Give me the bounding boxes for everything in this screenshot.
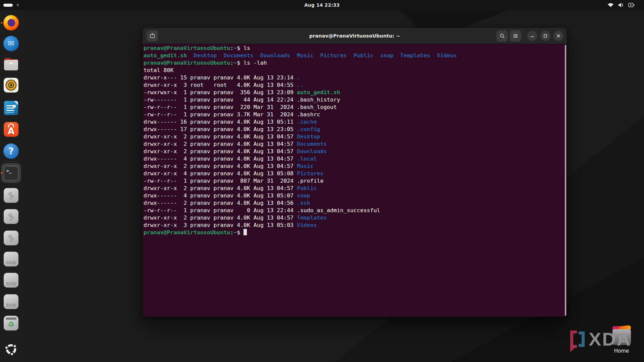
- home-folder-label[interactable]: Home: [606, 348, 637, 354]
- xda-bracket-blue: [579, 331, 585, 347]
- close-icon: [556, 34, 561, 38]
- running-indicator-dot: [1, 172, 2, 174]
- window-titlebar[interactable]: pranav@PranaVirtuosoUbuntu: ~: [143, 28, 567, 44]
- terminal-line: drwxr-xr-x 2 pranav pranav 4.0K Aug 13 0…: [144, 140, 564, 148]
- terminal-line: pranav@PranaVirtuosoUbuntu:~$ ls: [144, 45, 564, 52]
- usb-drive-icon: [3, 230, 19, 246]
- firefox-icon: [3, 15, 19, 31]
- usb-symbol: [7, 191, 15, 200]
- dock-item-app-center[interactable]: A: [3, 121, 19, 137]
- minimize-icon: [530, 34, 535, 38]
- dock-item-ssd-3[interactable]: SSD: [3, 294, 19, 310]
- dock-item-usb-drive-3[interactable]: [3, 230, 19, 246]
- envelope-glyph: ✉: [3, 39, 19, 48]
- new-tab-icon: [149, 33, 156, 39]
- terminal-line: -rw-r--r-- 1 pranav pranav 0 Aug 13 22:4…: [144, 207, 564, 214]
- minimize-button[interactable]: [527, 31, 537, 41]
- dock-item-help[interactable]: ?: [3, 143, 19, 159]
- workspace-pill-active[interactable]: [3, 4, 13, 7]
- terminal-line: total 80K: [144, 67, 564, 74]
- app-center-icon: A: [3, 121, 19, 137]
- terminal-line: -rw-r--r-- 1 pranav pranav 220 Mar 31 20…: [144, 104, 564, 111]
- xda-letters: XDA: [589, 330, 631, 349]
- dock-item-show-apps[interactable]: [3, 341, 19, 357]
- usb-drive-icon: [3, 208, 19, 225]
- terminal-output: pranav@PranaVirtuosoUbuntu:~$ lsauto_ged…: [143, 44, 567, 237]
- terminal-line: drwxr-xr-x 3 pranav pranav 4.0K Aug 13 0…: [144, 222, 564, 229]
- volume-icon: [618, 3, 624, 7]
- usb-drive-icon: [3, 187, 19, 203]
- battery-icon: [628, 3, 635, 7]
- terminal-scrollbar[interactable]: [565, 45, 566, 316]
- terminal-line: drwx------ 4 pranav pranav 4.0K Aug 13 0…: [144, 155, 564, 163]
- terminal-line: drwxr-xr-x 2 pranav pranav 4.0K Aug 13 0…: [144, 148, 564, 155]
- show-apps-icon: [3, 341, 19, 357]
- dock-item-files[interactable]: [3, 56, 19, 72]
- help-icon: ?: [3, 143, 19, 159]
- ssd-drive-icon: SSD: [3, 294, 19, 310]
- terminal-line: drwxr-xr-x 2 pranav pranav 4.0K Aug 13 0…: [144, 163, 564, 170]
- search-button[interactable]: [496, 30, 508, 42]
- clock[interactable]: Aug 14 22:33: [304, 0, 340, 10]
- dock-item-rhythmbox[interactable]: [3, 77, 19, 93]
- terminal-line: auto_gedit.sh Desktop Documents Download…: [144, 52, 564, 59]
- dock-item-usb-drive-2[interactable]: [3, 208, 19, 225]
- ssd-drive-icon: SSD: [3, 251, 19, 267]
- terminal-line: -rw------- 1 pranav pranav 44 Aug 14 22:…: [144, 96, 564, 104]
- workspace-dot[interactable]: [17, 4, 19, 6]
- terminal-line: drwxr-xr-x 3 root root 4.0K Aug 13 04:55…: [144, 81, 564, 89]
- xda-watermark: XDA: [570, 330, 631, 349]
- terminal-line: pranav@PranaVirtuosoUbuntu:~$ ls -lah: [144, 59, 564, 67]
- terminal-line: drwxr-x--- 15 pranav pranav 4.0K Aug 13 …: [144, 74, 564, 81]
- system-tray[interactable]: [607, 0, 635, 10]
- maximize-button[interactable]: [540, 31, 550, 41]
- terminal-line: drwx------ 16 pranav pranav 4.0K Aug 13 …: [144, 118, 564, 126]
- usb-symbol: [7, 234, 15, 242]
- ssd-drive-icon: SSD: [3, 272, 19, 288]
- rhythmbox-icon: [3, 77, 19, 93]
- terminal-line: -rw-r--r-- 1 pranav pranav 807 Mar 31 20…: [144, 177, 564, 185]
- xda-bracket-red: [570, 330, 577, 348]
- workspace-indicator[interactable]: [3, 0, 19, 10]
- dock-item-ssd-2[interactable]: SSD: [3, 272, 19, 288]
- terminal-line: drwx------ 4 pranav pranav 4.0K Aug 13 0…: [144, 192, 564, 199]
- dock-item-terminal[interactable]: >_: [3, 165, 19, 181]
- terminal-line: drwxr-xr-x 2 pranav pranav 4.0K Aug 13 0…: [144, 185, 564, 192]
- terminal-window[interactable]: pranav@PranaVirtuosoUbuntu: ~: [143, 28, 567, 317]
- hamburger-icon: [513, 33, 519, 39]
- dock-item-thunderbird[interactable]: ✉: [3, 36, 19, 52]
- terminal-icon: >_: [3, 165, 19, 181]
- terminal-line: -rwxrwxr-x 1 pranav pranav 356 Aug 13 23…: [144, 89, 564, 96]
- terminal-line: drwxr-xr-x 2 pranav pranav 4.0K Aug 13 0…: [144, 214, 564, 222]
- dock-item-firefox[interactable]: [3, 15, 19, 31]
- dock-item-ssd-1[interactable]: SSD: [3, 251, 19, 267]
- menu-button[interactable]: [510, 30, 521, 42]
- dock-item-usb-drive-1[interactable]: [3, 187, 19, 203]
- running-indicator-dot: [1, 22, 2, 24]
- dock: ✉A?>_SSDSSDSSD♻: [0, 10, 22, 362]
- terminal-line: drwx------ 17 pranav pranav 4.0K Aug 13 …: [144, 126, 564, 133]
- new-tab-button[interactable]: [147, 30, 158, 42]
- usb-symbol: [7, 212, 15, 221]
- text-cursor: [244, 229, 247, 235]
- terminal-line: drwxr-xr-x 2 pranav pranav 4.0K Aug 13 0…: [144, 133, 564, 140]
- terminal-line: -rw-r--r-- 1 pranav pranav 3.7K Mar 31 2…: [144, 111, 564, 118]
- files-icon: [3, 56, 19, 72]
- terminal-line: drwxr-xr-x 4 pranav pranav 4.0K Aug 13 0…: [144, 170, 564, 177]
- search-icon: [499, 33, 505, 39]
- trash-icon: ♻: [3, 315, 19, 331]
- terminal-body[interactable]: pranav@PranaVirtuosoUbuntu:~$ lsauto_ged…: [143, 44, 567, 317]
- maximize-icon: [543, 34, 548, 38]
- terminal-line: pranav@PranaVirtuosoUbuntu:~$: [144, 229, 564, 236]
- wifi-icon: [607, 3, 614, 7]
- dock-separator: [3, 161, 19, 162]
- close-button[interactable]: [553, 31, 564, 41]
- libreoffice-writer-icon: [3, 100, 19, 116]
- top-bar: Aug 14 22:33: [0, 0, 644, 10]
- dock-item-libreoffice-writer[interactable]: [3, 100, 19, 116]
- terminal-line: drwx------ 2 pranav pranav 4.0K Aug 13 0…: [144, 199, 564, 207]
- dock-item-trash[interactable]: ♻: [3, 315, 19, 331]
